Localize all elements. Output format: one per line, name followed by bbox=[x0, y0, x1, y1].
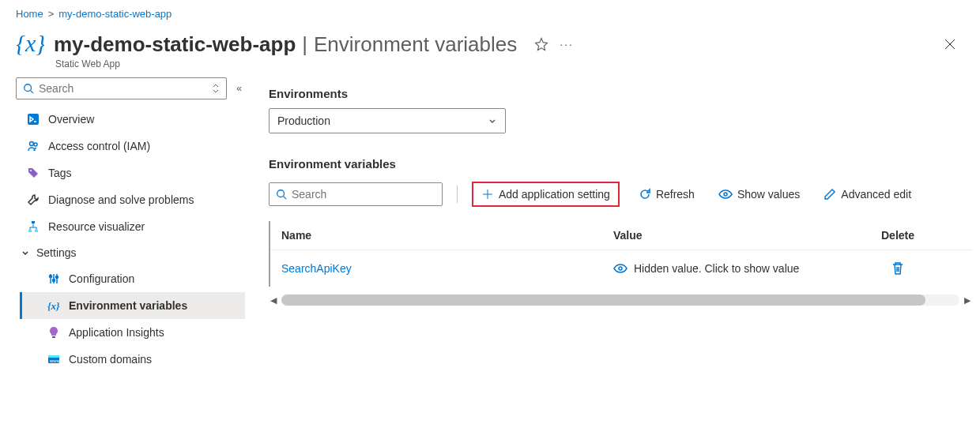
svg-rect-15 bbox=[48, 355, 59, 358]
svg-text:{x}: {x} bbox=[47, 300, 60, 312]
sidebar-item-environment-variables[interactable]: {x} Environment variables bbox=[38, 292, 245, 319]
sidebar-section-settings[interactable]: Settings bbox=[16, 240, 245, 265]
sidebar-item-label: Configuration bbox=[69, 272, 134, 285]
show-values-button[interactable]: Show values bbox=[714, 185, 805, 204]
refresh-button[interactable]: Refresh bbox=[634, 185, 699, 204]
sliders-icon bbox=[47, 272, 61, 286]
scroll-left-icon[interactable]: ◀ bbox=[269, 295, 278, 306]
overview-icon bbox=[26, 112, 40, 126]
main-content: Environments Production Environment vari… bbox=[253, 77, 980, 415]
sidebar-search[interactable] bbox=[16, 77, 227, 99]
sidebar-item-label: Custom domains bbox=[69, 353, 152, 366]
sidebar-item-label: Overview bbox=[48, 113, 94, 126]
chevron-down-icon bbox=[488, 116, 497, 126]
variable-icon: {x} bbox=[47, 298, 61, 313]
env-vars-label: Environment variables bbox=[269, 157, 972, 171]
sidebar-item-overview[interactable]: Overview bbox=[16, 106, 245, 133]
sort-icon[interactable] bbox=[212, 83, 220, 94]
svg-point-3 bbox=[30, 142, 34, 146]
sidebar: « Overview Access control (IAM) Tags Dia bbox=[0, 77, 253, 415]
resource-type-label: Static Web App bbox=[0, 58, 980, 77]
sidebar-section-label: Settings bbox=[36, 246, 77, 259]
svg-text:www: www bbox=[49, 358, 60, 363]
refresh-icon bbox=[639, 188, 651, 201]
chevron-down-icon bbox=[21, 248, 30, 257]
sidebar-item-label: Application Insights bbox=[69, 326, 164, 339]
search-icon bbox=[276, 189, 287, 200]
svg-point-18 bbox=[724, 193, 727, 196]
wrench-icon bbox=[26, 193, 40, 207]
svg-rect-8 bbox=[35, 230, 38, 232]
plus-icon bbox=[481, 188, 494, 201]
add-application-setting-button[interactable]: Add application setting bbox=[472, 182, 620, 207]
scroll-thumb[interactable] bbox=[281, 295, 925, 306]
eye-icon bbox=[718, 189, 733, 200]
sidebar-item-resource-visualizer[interactable]: Resource visualizer bbox=[16, 213, 245, 240]
env-var-search-input[interactable] bbox=[287, 188, 435, 201]
toolbar-divider bbox=[457, 186, 458, 203]
delete-button[interactable] bbox=[891, 261, 904, 276]
svg-rect-6 bbox=[32, 221, 35, 223]
sidebar-item-label: Tags bbox=[48, 167, 72, 179]
breadcrumb-resource[interactable]: my-demo-static-web-app bbox=[58, 8, 172, 20]
sidebar-item-access-control[interactable]: Access control (IAM) bbox=[16, 133, 245, 159]
sidebar-item-label: Resource visualizer bbox=[48, 220, 145, 233]
people-icon bbox=[26, 139, 40, 153]
svg-point-17 bbox=[277, 190, 285, 197]
search-icon bbox=[23, 83, 34, 94]
environments-label: Environments bbox=[269, 87, 972, 100]
scroll-track[interactable] bbox=[281, 295, 959, 306]
svg-point-19 bbox=[619, 267, 622, 270]
page-title-divider: | bbox=[302, 32, 307, 57]
svg-point-4 bbox=[34, 143, 37, 146]
page-header: {x} my-demo-static-web-app | Environment… bbox=[0, 24, 980, 62]
env-var-name-link[interactable]: SearchApiKey bbox=[281, 262, 352, 275]
environment-select[interactable]: Production bbox=[269, 108, 506, 133]
sidebar-item-application-insights[interactable]: Application Insights bbox=[38, 319, 245, 346]
advanced-edit-button[interactable]: Advanced edit bbox=[819, 185, 916, 204]
more-actions-icon[interactable]: ··· bbox=[560, 38, 574, 51]
svg-point-10 bbox=[53, 280, 55, 282]
breadcrumb-separator: > bbox=[48, 8, 55, 20]
sidebar-item-label: Access control (IAM) bbox=[48, 140, 150, 152]
sidebar-item-label: Environment variables bbox=[69, 299, 187, 312]
svg-point-9 bbox=[50, 276, 52, 278]
svg-text:{x}: {x} bbox=[16, 30, 44, 56]
sidebar-item-tags[interactable]: Tags bbox=[16, 159, 245, 186]
lightbulb-icon bbox=[47, 325, 61, 340]
tag-icon bbox=[26, 166, 40, 180]
scroll-right-icon[interactable]: ▶ bbox=[963, 295, 972, 306]
table-header: Name Value Delete bbox=[270, 221, 972, 250]
hidden-value-text: Hidden value. Click to show value bbox=[634, 262, 799, 275]
domain-icon: www bbox=[47, 352, 61, 366]
collapse-sidebar-icon[interactable]: « bbox=[233, 80, 245, 97]
button-label: Show values bbox=[737, 188, 800, 201]
eye-icon bbox=[613, 263, 628, 274]
sidebar-item-diagnose[interactable]: Diagnose and solve problems bbox=[16, 186, 245, 213]
svg-point-1 bbox=[24, 84, 32, 92]
breadcrumb-home[interactable]: Home bbox=[16, 8, 43, 20]
sidebar-item-custom-domains[interactable]: www Custom domains bbox=[38, 346, 245, 373]
svg-rect-13 bbox=[52, 336, 55, 338]
col-delete[interactable]: Delete bbox=[866, 229, 961, 242]
resource-type-icon: {x} bbox=[16, 30, 44, 58]
env-var-hidden-value[interactable]: Hidden value. Click to show value bbox=[613, 262, 866, 275]
env-var-search[interactable] bbox=[269, 182, 443, 206]
table-row: SearchApiKey Hidden value. Click to show… bbox=[270, 250, 972, 287]
button-label: Add application setting bbox=[499, 188, 610, 201]
button-label: Refresh bbox=[656, 188, 695, 201]
button-label: Advanced edit bbox=[841, 188, 911, 201]
col-value[interactable]: Value bbox=[613, 229, 866, 242]
toolbar: Add application setting Refresh Show val… bbox=[269, 182, 972, 207]
horizontal-scrollbar[interactable]: ◀ ▶ bbox=[269, 293, 972, 307]
env-var-table: Name Value Delete SearchApiKey Hidden va… bbox=[269, 221, 972, 287]
sidebar-search-input[interactable] bbox=[34, 82, 220, 95]
svg-point-11 bbox=[56, 276, 58, 279]
col-name[interactable]: Name bbox=[281, 229, 613, 242]
close-icon[interactable] bbox=[944, 38, 956, 51]
environment-select-value: Production bbox=[277, 114, 330, 127]
sidebar-item-label: Diagnose and solve problems bbox=[48, 193, 194, 206]
sidebar-item-configuration[interactable]: Configuration bbox=[38, 265, 245, 292]
favorite-star-icon[interactable] bbox=[534, 37, 548, 51]
svg-point-5 bbox=[30, 170, 32, 171]
